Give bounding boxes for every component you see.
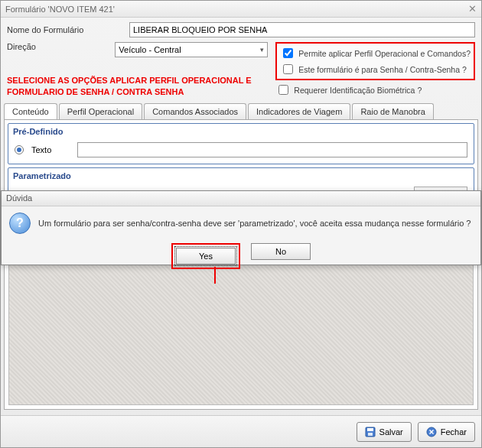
no-button[interactable]: No: [251, 243, 311, 260]
form-name-label: Nome do Formulário: [7, 25, 129, 34]
annotation-top: SELECIONE AS OPÇÕES APLICAR PERFIL OPERA…: [7, 75, 282, 99]
title-bar: Formulário 'NOVO ITEM 421' ✕: [1, 1, 481, 18]
allow-profile-label: Permite aplicar Perfil Operacional e Com…: [298, 49, 471, 58]
predefined-radio[interactable]: [15, 145, 24, 154]
fechar-label: Fechar: [441, 427, 467, 437]
parametrized-title: Parametrizado: [8, 168, 474, 183]
chevron-down-icon: ▾: [260, 46, 264, 54]
require-biometric-label: Requerer Identificação Biométrica ?: [294, 86, 422, 95]
tab-comandos[interactable]: Comandos Associados: [144, 103, 246, 119]
dialog-message: Um formulário para ser senha/contra-senh…: [38, 219, 471, 228]
svg-rect-2: [368, 433, 373, 436]
fechar-button[interactable]: Fechar: [418, 422, 475, 442]
tab-conteudo[interactable]: Conteúdo: [4, 103, 57, 119]
allow-profile-checkbox[interactable]: [283, 48, 293, 58]
annotation-connector-line: [214, 267, 216, 284]
footer-bar: Salvar Fechar: [1, 415, 481, 447]
tab-raio[interactable]: Raio de Manobra: [352, 103, 433, 119]
tab-indicadores[interactable]: Indicadores de Viagem: [248, 103, 350, 119]
highlighted-checkbox-group: Permite aplicar Perfil Operacional e Com…: [275, 42, 475, 80]
texto-label: Texto: [31, 145, 70, 154]
texto-input[interactable]: [77, 142, 467, 157]
close-icon: [426, 427, 437, 437]
direction-label: Direção: [7, 42, 115, 51]
password-form-checkbox[interactable]: [283, 64, 293, 74]
dialog-title: Dúvida: [2, 191, 480, 206]
direction-value: Veículo - Central: [119, 45, 181, 54]
main-window: Formulário 'NOVO ITEM 421' ✕ Nome do For…: [0, 0, 482, 448]
tab-bar: Conteúdo Perfil Operacional Comandos Ass…: [4, 103, 478, 119]
window-title: Formulário 'NOVO ITEM 421': [5, 5, 115, 14]
form-area: Nome do Formulário Direção Veículo - Cen…: [1, 18, 481, 99]
form-name-input[interactable]: [129, 22, 475, 37]
salvar-label: Salvar: [379, 427, 403, 437]
svg-rect-1: [367, 428, 373, 431]
question-icon: ?: [9, 213, 31, 234]
salvar-button[interactable]: Salvar: [357, 422, 412, 442]
yes-highlight: Yes: [171, 243, 240, 269]
tab-perfil[interactable]: Perfil Operacional: [59, 103, 142, 119]
yes-button[interactable]: Yes: [176, 248, 236, 265]
window-close-icon[interactable]: ✕: [468, 3, 477, 15]
password-form-label: Este formulário é para Senha / Contra-Se…: [298, 65, 466, 74]
save-icon: [365, 427, 376, 437]
predefined-box: Pré-Definido Texto: [8, 123, 474, 164]
direction-select[interactable]: Veículo - Central ▾: [115, 42, 268, 57]
confirm-dialog: Dúvida ? Um formulário para ser senha/co…: [1, 190, 481, 265]
require-biometric-checkbox[interactable]: [278, 85, 288, 95]
predefined-title: Pré-Definido: [8, 124, 474, 139]
